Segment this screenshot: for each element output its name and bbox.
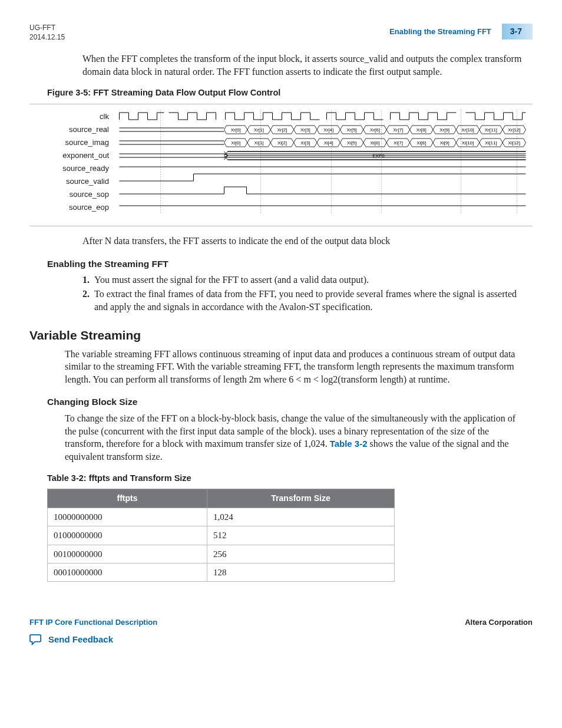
table-row: 100000000001,024 — [48, 508, 395, 526]
svg-text:Xi[4]: Xi[4] — [324, 140, 333, 146]
doc-date: 2014.12.15 — [29, 33, 65, 42]
th-fftpts: fftpts — [48, 489, 207, 508]
svg-text:Xi[9]: Xi[9] — [440, 140, 449, 146]
sig-exponent-out: exponent_out — [29, 149, 109, 162]
intro-paragraph: When the FFT completes the transform of … — [82, 52, 527, 78]
svg-text:Xr[6]: Xr[6] — [370, 127, 380, 133]
cell-fftpts: 00010000000 — [48, 563, 207, 581]
sig-source-eop: source_eop — [29, 201, 109, 214]
timing-diagram-svg: EXP0 Xr[0]Xr[1]Xr[2]Xr[3]Xr[4]Xr[5]Xr[6]… — [113, 110, 533, 216]
table-row: 00100000000256 — [48, 545, 395, 563]
feedback-label[interactable]: Send Feedback — [48, 634, 113, 645]
svg-text:Xi[7]: Xi[7] — [394, 140, 403, 146]
signal-labels: clk source_real source_imag exponent_out… — [29, 110, 113, 216]
figure-title: Figure 3-5: FFT Streaming Data Flow Outp… — [47, 87, 533, 99]
svg-text:Xr[12]: Xr[12] — [508, 127, 520, 133]
header-right: Enabling the Streaming FFT 3-7 — [389, 24, 533, 39]
changing-block-para: To change the size of the FFT on a block… — [65, 412, 527, 463]
svg-text:Xr[1]: Xr[1] — [254, 127, 264, 133]
svg-text:Xi[0]: Xi[0] — [231, 140, 240, 146]
step-1: You must assert the signal for the FFT t… — [92, 274, 533, 286]
svg-text:Xr[8]: Xr[8] — [416, 127, 427, 133]
svg-text:Xr[0]: Xr[0] — [231, 127, 241, 133]
svg-text:Xr[7]: Xr[7] — [393, 127, 403, 133]
th-transform-size: Transform Size — [207, 489, 395, 508]
cell-transform-size: 128 — [207, 563, 395, 581]
enabling-steps: You must assert the signal for the FFT t… — [47, 274, 533, 313]
cell-transform-size: 256 — [207, 545, 395, 563]
svg-text:Xr[4]: Xr[4] — [323, 127, 333, 133]
svg-text:Xr[3]: Xr[3] — [300, 127, 310, 133]
svg-text:Xr[11]: Xr[11] — [485, 127, 497, 133]
footer-right: Altera Corporation — [465, 617, 533, 628]
svg-text:Xi[2]: Xi[2] — [277, 140, 287, 146]
svg-text:Xi[11]: Xi[11] — [485, 140, 497, 146]
cell-fftpts: 10000000000 — [48, 508, 207, 526]
svg-text:Xr[2]: Xr[2] — [277, 127, 287, 133]
svg-text:Xi[3]: Xi[3] — [300, 140, 310, 146]
svg-text:Xi[8]: Xi[8] — [416, 140, 426, 146]
doc-id: UG-FFT — [29, 24, 65, 33]
sig-source-valid: source_valid — [29, 175, 109, 188]
table-row: 00010000000128 — [48, 563, 395, 581]
fftpts-table: fftpts Transform Size 100000000001,02401… — [47, 489, 395, 582]
cell-transform-size: 512 — [207, 526, 395, 545]
cell-fftpts: 01000000000 — [48, 526, 207, 545]
svg-text:Xi[1]: Xi[1] — [254, 140, 264, 146]
page-footer: FFT IP Core Functional Description Alter… — [29, 617, 533, 628]
sig-source-imag: source_imag — [29, 136, 109, 149]
footer-left: FFT IP Core Functional Description — [29, 617, 157, 628]
svg-text:Xr[5]: Xr[5] — [347, 127, 357, 133]
svg-text:Xi[10]: Xi[10] — [462, 140, 474, 146]
figure-3-5: clk source_real source_imag exponent_out… — [29, 104, 533, 226]
variable-streaming-heading: Variable Streaming — [29, 327, 533, 344]
svg-text:Xr[9]: Xr[9] — [439, 127, 449, 133]
svg-text:Xi[12]: Xi[12] — [508, 140, 520, 146]
after-figure-paragraph: After N data transfers, the FFT asserts … — [82, 235, 527, 248]
page-number-badge: 3-7 — [502, 24, 533, 39]
sig-source-sop: source_sop — [29, 188, 109, 201]
table-row: 01000000000512 — [48, 526, 395, 545]
table-title: Table 3-2: fftpts and Transform Size — [47, 473, 533, 485]
speech-bubble-icon — [29, 634, 42, 645]
cell-transform-size: 1,024 — [207, 508, 395, 526]
sig-source-real: source_real — [29, 123, 109, 136]
variable-streaming-para: The variable streaming FFT allows contin… — [65, 348, 527, 386]
enabling-heading: Enabling the Streaming FFT — [47, 258, 533, 271]
exp-label: EXP0 — [372, 153, 385, 159]
sig-source-ready: source_ready — [29, 162, 109, 175]
svg-text:Xi[6]: Xi[6] — [370, 140, 379, 146]
send-feedback-link[interactable]: Send Feedback — [29, 634, 533, 645]
table-3-2-link[interactable]: Table 3-2 — [330, 439, 368, 449]
step-2: To extract the final frames of data from… — [92, 288, 533, 313]
page-header: UG-FFT 2014.12.15 Enabling the Streaming… — [29, 24, 533, 42]
changing-block-heading: Changing Block Size — [47, 396, 533, 409]
header-doc-info: UG-FFT 2014.12.15 — [29, 24, 65, 42]
sig-clk: clk — [29, 110, 109, 123]
header-section-title: Enabling the Streaming FFT — [389, 27, 491, 37]
svg-text:Xr[10]: Xr[10] — [461, 127, 474, 133]
svg-text:Xi[5]: Xi[5] — [347, 140, 356, 146]
cell-fftpts: 00100000000 — [48, 545, 207, 563]
